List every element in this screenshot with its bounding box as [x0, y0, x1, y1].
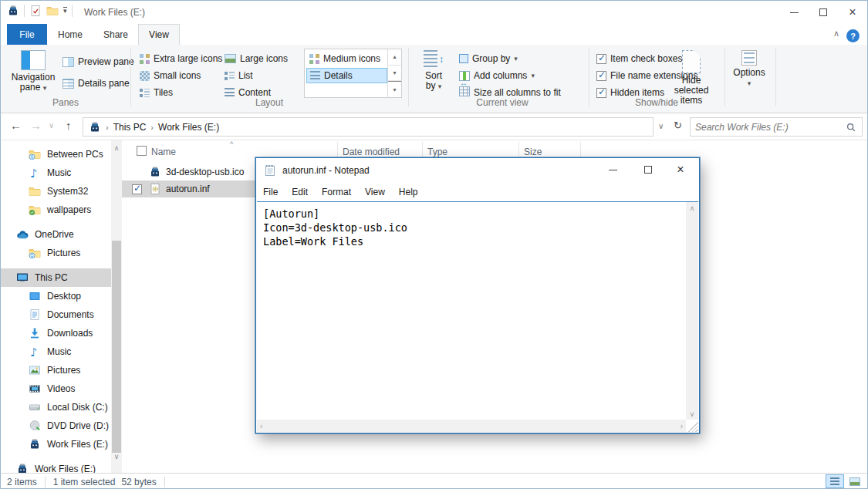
sidebar-item-documents[interactable]: Documents [1, 305, 111, 324]
back-icon: ← [10, 119, 22, 132]
menu-edit[interactable]: Edit [285, 187, 315, 197]
address-bar[interactable]: › This PC › Work Files (E:) [83, 117, 654, 137]
sidebar-item-wallpapers[interactable]: wallpapers [1, 201, 111, 219]
details-option[interactable]: Details [306, 68, 387, 83]
extra-large-icons-icon [140, 54, 150, 64]
customize-qat-dropdown-icon[interactable]: ▾ [63, 7, 67, 15]
sidebar-item-music-pinned[interactable]: Music [1, 164, 111, 182]
sidebar-item-desktop[interactable]: Desktop [1, 287, 111, 305]
recent-locations-dropdown[interactable]: ∨ [49, 121, 54, 130]
sidebar-item-dvd-drive-d[interactable]: DVD Drive (D:) C [1, 416, 111, 435]
options-button[interactable]: Options▾ [729, 47, 769, 109]
documents-icon [29, 309, 41, 321]
crumb-work-files[interactable]: Work Files (E:) [158, 122, 219, 133]
refresh-button[interactable]: ↻ [674, 120, 682, 131]
gallery-scroll-down[interactable]: ▾ [388, 66, 401, 82]
menu-help[interactable]: Help [392, 187, 425, 197]
window-title: Work Files (E:) [84, 7, 145, 18]
group-by-button[interactable]: Group by ▾ [459, 51, 518, 66]
scrollbar-thumb[interactable] [112, 241, 121, 453]
properties-icon[interactable] [29, 5, 42, 17]
search-box[interactable] [690, 117, 863, 137]
list-button[interactable]: List [225, 68, 253, 83]
help-icon[interactable]: ? [846, 29, 860, 42]
content-icon [225, 88, 235, 98]
notepad-vertical-scrollbar[interactable]: ∧ ∨ [686, 202, 698, 420]
details-view-toggle[interactable] [826, 474, 844, 488]
large-icons-button[interactable]: Large icons [225, 51, 288, 66]
column-header-date-modified[interactable]: Date modified [338, 142, 423, 159]
close-button[interactable]: × [838, 1, 867, 24]
sidebar-item-system32[interactable]: System32 [1, 182, 111, 201]
desktop-icon [29, 290, 41, 302]
sidebar-item-onedrive-pictures[interactable]: Pictures [1, 244, 111, 262]
large-icons-view-toggle[interactable] [846, 474, 864, 488]
menu-file[interactable]: File [256, 187, 285, 197]
scroll-right-icon[interactable]: › [681, 422, 683, 430]
search-input[interactable] [695, 119, 834, 135]
minimize-button[interactable] [779, 1, 809, 24]
resize-grip[interactable] [686, 420, 698, 432]
collapse-ribbon-icon[interactable]: ∧ [833, 29, 839, 39]
notepad-text-area[interactable]: [Autorun]Icon=3d-desktop-usb.icoLabel=Wo… [257, 201, 698, 432]
notepad-window: autorun.inf - Notepad × File Edit Format… [255, 157, 700, 433]
details-pane-button[interactable]: Details pane [62, 76, 130, 91]
tab-share[interactable]: Share [93, 24, 138, 45]
new-folder-icon[interactable] [46, 5, 59, 17]
notepad-maximize-button[interactable] [633, 158, 664, 181]
gallery-scroll-up[interactable]: ▴ [388, 49, 401, 66]
scroll-up-icon[interactable]: ∧ [686, 202, 698, 214]
tab-home[interactable]: Home [47, 24, 93, 45]
row-checkbox[interactable] [132, 184, 144, 194]
sidebar-item-downloads[interactable]: Downloads [1, 324, 111, 342]
tiles-button[interactable]: Tiles [140, 85, 173, 100]
crumb-this-pc[interactable]: This PC [113, 122, 147, 133]
sidebar-item-music[interactable]: Music [1, 342, 111, 361]
scroll-up-icon[interactable]: ∧ [111, 142, 122, 153]
sidebar-item-onedrive[interactable]: OneDrive [1, 225, 111, 244]
sort-by-button[interactable]: ↕ Sort by ▾ [416, 47, 451, 109]
sidebar-item-this-pc[interactable]: This PC [1, 268, 111, 287]
group-divider [130, 48, 131, 106]
refresh-icon: ↻ [674, 120, 682, 131]
address-dropdown[interactable]: ∨ [658, 122, 664, 130]
notepad-minimize-button[interactable] [597, 158, 628, 181]
up-button[interactable]: ↑ [66, 119, 72, 132]
tab-file[interactable]: File [7, 24, 47, 45]
divider [72, 5, 73, 17]
scroll-down-icon[interactable]: ∨ [686, 408, 698, 420]
column-header-size[interactable]: Size [519, 142, 581, 159]
this-pc-icon [16, 271, 29, 284]
small-icons-button[interactable]: Small icons [140, 68, 201, 83]
sidebar-item-local-disk-c[interactable]: Local Disk (C:) [1, 398, 111, 416]
sidebar-scrollbar[interactable]: ∧ ∨ [111, 140, 122, 473]
notepad-horizontal-scrollbar[interactable]: ‹ › [257, 420, 686, 432]
maximize-button[interactable] [809, 1, 838, 24]
column-header-name[interactable]: Name ^ [122, 142, 338, 159]
medium-icons-option[interactable]: Medium icons [306, 51, 387, 66]
scroll-down-icon[interactable]: ∨ [111, 450, 122, 462]
extra-large-icons-button[interactable]: Extra large icons [140, 51, 222, 66]
menu-format[interactable]: Format [315, 187, 358, 197]
group-label-show-hide: Show/hide [610, 97, 703, 108]
group-by-icon [459, 54, 468, 63]
notepad-close-button[interactable]: × [665, 158, 696, 181]
tab-view[interactable]: View [138, 24, 180, 45]
view-toggle-buttons [826, 474, 864, 488]
gallery-more-button[interactable]: ▾ [388, 81, 401, 97]
sidebar-item-work-files-e[interactable]: Work Files (E:) [1, 435, 111, 454]
sidebar-item-pictures[interactable]: Pictures [1, 361, 111, 379]
file-row-autorun-inf[interactable]: autorun.inf [122, 180, 255, 197]
menu-view[interactable]: View [358, 187, 392, 197]
back-button[interactable]: ← [10, 119, 22, 132]
sidebar-item-between-pcs[interactable]: Between PCs [1, 145, 111, 164]
sidebar-item-videos[interactable]: Videos [1, 379, 111, 398]
dropdown-arrow-icon: ▾ [748, 79, 751, 87]
column-header-type[interactable]: Type [423, 142, 519, 159]
add-columns-button[interactable]: Add columns ▾ [459, 68, 535, 83]
preview-pane-button[interactable]: Preview pane [62, 54, 134, 69]
forward-button[interactable]: → [30, 119, 42, 132]
scroll-left-icon[interactable]: ‹ [260, 422, 262, 430]
group-divider [775, 48, 776, 106]
select-all-checkbox[interactable] [137, 146, 147, 156]
